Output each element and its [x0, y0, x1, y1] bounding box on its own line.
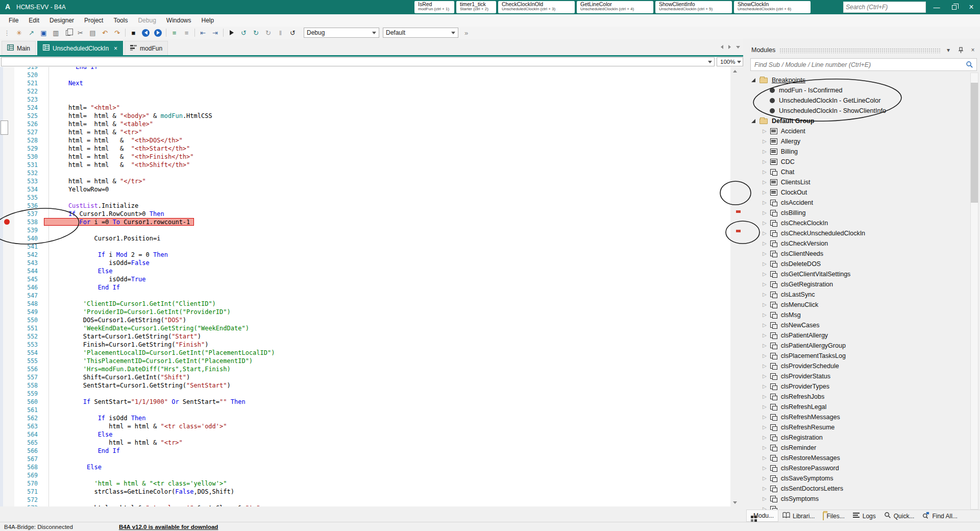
- line-number[interactable]: 556: [10, 365, 38, 373]
- line-number[interactable]: 547: [10, 292, 38, 300]
- menu-file[interactable]: File: [4, 15, 23, 26]
- expander-closed-icon[interactable]: ▷: [763, 384, 767, 389]
- code-line[interactable]: 527html = html & "<tr>": [0, 128, 730, 136]
- tree-module-item[interactable]: ▷clsLastSync: [747, 289, 970, 300]
- title-search-box[interactable]: [843, 2, 926, 13]
- code-line[interactable]: 528html = html & "<th>DOS</th>": [0, 136, 730, 144]
- line-number[interactable]: 525: [10, 112, 38, 120]
- code-line[interactable]: 560If SentStart="1/1/1900" Or SentStart=…: [0, 398, 730, 406]
- expander-closed-icon[interactable]: ▷: [763, 302, 767, 307]
- open-designer-icon[interactable]: ↗: [27, 29, 36, 37]
- code-line[interactable]: 563html = html & "<tr class='odd'>": [0, 422, 730, 430]
- tree-module-item[interactable]: ▷clsSentDoctorsLetters: [747, 484, 970, 494]
- tree-module-item[interactable]: ▷clsAccident: [747, 198, 970, 208]
- expander-closed-icon[interactable]: ▷: [763, 261, 767, 267]
- expander-closed-icon[interactable]: ▷: [763, 190, 767, 195]
- bottom-tab-modules[interactable]: Modu...: [746, 510, 778, 522]
- title-search-input[interactable]: [844, 4, 928, 11]
- expander-closed-icon[interactable]: ▷: [763, 129, 767, 134]
- tree-module-item[interactable]: ▷clsPatientAllergy: [747, 330, 970, 341]
- code-line[interactable]: 568Else: [0, 463, 730, 471]
- menu-debug[interactable]: Debug: [133, 15, 160, 26]
- line-number[interactable]: 548: [10, 300, 38, 308]
- menu-project[interactable]: Project: [80, 15, 108, 26]
- undo-icon[interactable]: ↶: [101, 29, 109, 37]
- code-line[interactable]: 562If isOdd Then: [0, 414, 730, 422]
- line-number[interactable]: 533: [10, 177, 38, 185]
- panel-close-icon[interactable]: ×: [969, 46, 977, 54]
- expander-closed-icon[interactable]: ▷: [763, 435, 767, 440]
- line-number[interactable]: 543: [10, 259, 38, 267]
- update-download-link[interactable]: B4A v12.0 is available for download: [119, 524, 218, 530]
- tree-module-item[interactable]: ▷clsMenuClick: [747, 300, 970, 310]
- indent-icon[interactable]: ⇥: [211, 29, 219, 37]
- find-icon[interactable]: ▥: [52, 29, 60, 37]
- code-line[interactable]: 556'Hrs=modFun.DateDiff("Hrs",Start,Fini…: [0, 365, 730, 373]
- code-line[interactable]: 564Else: [0, 430, 730, 439]
- bottom-tab-logs[interactable]: Logs: [849, 510, 880, 522]
- code-line[interactable]: 567: [0, 455, 730, 463]
- line-number[interactable]: 555: [10, 357, 38, 365]
- close-button[interactable]: ×: [963, 0, 980, 14]
- code-line[interactable]: 536CustList.Initialize: [0, 202, 730, 210]
- expander-closed-icon[interactable]: ▷: [763, 486, 767, 491]
- tree-module-item[interactable]: ▷clsRefreshMessages: [747, 412, 970, 422]
- line-number[interactable]: 570: [10, 479, 38, 488]
- line-number[interactable]: 571: [10, 488, 38, 496]
- line-number[interactable]: 554: [10, 349, 38, 357]
- bottom-tab-files[interactable]: Files...: [819, 510, 848, 522]
- tree-module-item[interactable]: ▷clsBilling: [747, 208, 970, 218]
- tree-module-item[interactable]: ▷clsSymptoms: [747, 494, 970, 504]
- tab-scroll-left-icon[interactable]: [721, 45, 723, 49]
- line-number[interactable]: 545: [10, 275, 38, 283]
- line-number[interactable]: 539: [10, 226, 38, 234]
- line-number[interactable]: 541: [10, 243, 38, 251]
- code-line[interactable]: 524html= "<html>": [0, 104, 730, 112]
- line-number[interactable]: 568: [10, 463, 38, 471]
- tab-unscheduledclockin[interactable]: UnscheduledClockIn×: [37, 41, 123, 55]
- line-number[interactable]: 573: [10, 504, 38, 506]
- recompile-icon[interactable]: ↻: [252, 29, 260, 37]
- outdent-icon[interactable]: ⇤: [199, 29, 207, 37]
- code-line[interactable]: 554'PlacementLocalID=Cursor1.GetInt("Pla…: [0, 349, 730, 357]
- tab-close-icon[interactable]: ×: [114, 45, 117, 52]
- toolbar-drag-handle[interactable]: ⋮: [3, 29, 11, 37]
- tree-module-item[interactable]: ▷clsRefreshJobs: [747, 392, 970, 402]
- line-number[interactable]: 537: [10, 210, 38, 218]
- line-number[interactable]: 535: [10, 194, 38, 202]
- code-line[interactable]: 522: [0, 87, 730, 95]
- line-number[interactable]: 549: [10, 308, 38, 316]
- line-number[interactable]: 552: [10, 332, 38, 341]
- scroll-down-icon[interactable]: [730, 498, 739, 506]
- code-line[interactable]: 529html = html & "<th>Start</th>": [0, 144, 730, 153]
- sub-navigator-combo[interactable]: [1, 57, 715, 66]
- line-number[interactable]: 534: [10, 185, 38, 194]
- restore-button[interactable]: [945, 0, 963, 14]
- line-number[interactable]: 564: [10, 430, 38, 439]
- tree-module-item[interactable]: ▷clsProviderSchedule: [747, 361, 970, 371]
- panel-collapse-icon[interactable]: ▾: [944, 46, 952, 54]
- line-number[interactable]: 522: [10, 87, 38, 95]
- bottom-tab-quick-search[interactable]: Quick...: [880, 510, 919, 522]
- cut-icon[interactable]: ✂: [76, 29, 85, 37]
- expander-closed-icon[interactable]: ▷: [763, 241, 767, 246]
- code-line[interactable]: 549'ProviderID=Cursor1.GetInt("ProviderI…: [0, 308, 730, 316]
- code-line[interactable]: 531html = html & "<th>Shift</th>": [0, 161, 730, 169]
- code-line[interactable]: 570'html = html & "<tr class='yellow'>": [0, 479, 730, 488]
- expander-closed-icon[interactable]: ▷: [763, 210, 767, 215]
- menu-edit[interactable]: Edit: [24, 15, 44, 26]
- code-line[interactable]: 558SentStart=Cursor1.GetString("SentStar…: [0, 381, 730, 390]
- tree-module-item[interactable]: ▷Allergy: [747, 136, 970, 147]
- line-number[interactable]: 562: [10, 414, 38, 422]
- expander-closed-icon[interactable]: ▷: [763, 333, 767, 338]
- module-find-box[interactable]: [750, 58, 977, 71]
- line-number[interactable]: 546: [10, 283, 38, 292]
- code-line[interactable]: 533html = html & "</tr>": [0, 177, 730, 185]
- code-line[interactable]: 535: [0, 194, 730, 202]
- line-number[interactable]: 551: [10, 324, 38, 332]
- navigate-back-icon[interactable]: [141, 29, 150, 37]
- comment-icon[interactable]: ≡: [170, 29, 179, 37]
- tree-module-item[interactable]: ▷CDC: [747, 157, 970, 167]
- quick-button-IsRed[interactable]: IsRedmodFun (ctrl + 1): [414, 1, 454, 13]
- line-number[interactable]: 540: [10, 234, 38, 243]
